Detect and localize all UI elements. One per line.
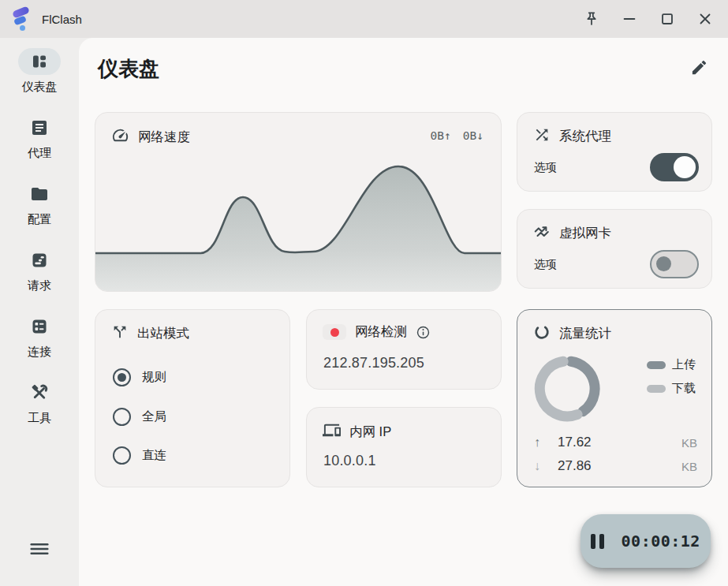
sidebar-label: 请求 (28, 278, 51, 293)
radio-label: 直连 (142, 447, 166, 464)
sidebar: 仪表盘 代理 配置 (0, 38, 79, 586)
pause-timer-button[interactable]: 00:00:12 (581, 514, 711, 568)
window-controls (573, 2, 728, 35)
zigzag-icon (533, 223, 551, 244)
main-content: 仪表盘 (79, 38, 728, 586)
lan-ip-value: 10.0.0.1 (323, 453, 376, 469)
app-logo-icon (10, 6, 34, 32)
sidebar-label: 代理 (28, 146, 51, 161)
arrow-down-icon: ↓ (534, 459, 558, 473)
card-title: 系统代理 (559, 128, 611, 145)
system-proxy-toggle[interactable] (650, 153, 699, 181)
option-label: 选项 (534, 160, 557, 175)
edit-icon[interactable] (690, 58, 708, 80)
dashboard-icon (18, 48, 61, 75)
page-title: 仪表盘 (98, 55, 159, 83)
option-label: 选项 (534, 257, 557, 272)
radio-rule[interactable]: 规则 (113, 368, 166, 386)
sidebar-item-dashboard[interactable]: 仪表盘 (18, 48, 61, 95)
call-split-icon (111, 323, 129, 344)
radio-label: 规则 (142, 369, 166, 386)
pause-icon (591, 534, 604, 549)
tools-icon (18, 379, 61, 406)
radio-direct[interactable]: 直连 (113, 446, 166, 465)
menu-icon[interactable] (29, 539, 50, 562)
arrow-up-icon: ↑ (534, 435, 558, 450)
virtual-nic-card: 虚拟网卡 选项 (517, 209, 712, 289)
card-title: 网络速度 (138, 129, 190, 146)
speed-rates: 0B↑ 0B↓ (431, 129, 483, 142)
upload-swatch-icon (647, 361, 666, 369)
radio-unselected-icon (113, 408, 131, 426)
shuffle-icon (533, 126, 551, 147)
virtual-nic-toggle[interactable] (650, 250, 699, 278)
radio-unselected-icon (113, 446, 131, 465)
sidebar-item-requests[interactable]: 请求 (18, 247, 61, 293)
connections-icon (18, 313, 61, 340)
legend-upload: 上传 (647, 357, 696, 372)
maximize-icon[interactable] (648, 2, 686, 35)
timer-value: 00:00:12 (622, 532, 700, 551)
flclash-window: FlClash (0, 0, 728, 586)
network-speed-card: 网络速度 0B↑ 0B↓ (95, 112, 502, 292)
sidebar-item-profiles[interactable]: 配置 (18, 181, 61, 227)
sidebar-item-connections[interactable]: 连接 (18, 313, 61, 360)
outbound-mode-card: 出站模式 规则 全局 直连 (95, 309, 290, 487)
radio-label: 全局 (142, 409, 166, 425)
lan-ip-card: 内网 IP 10.0.0.1 (306, 407, 502, 487)
folder-icon (18, 181, 61, 207)
public-ip-value: 212.87.195.205 (323, 355, 424, 371)
sidebar-label: 仪表盘 (22, 80, 58, 95)
sidebar-label: 工具 (28, 411, 51, 426)
speedometer-icon (111, 126, 129, 147)
card-title: 网络检测 (355, 323, 407, 341)
sidebar-item-tools[interactable]: 工具 (18, 379, 61, 426)
sidebar-label: 连接 (28, 345, 51, 360)
info-icon[interactable] (416, 325, 431, 340)
devices-icon (323, 421, 341, 442)
card-title: 虚拟网卡 (559, 225, 611, 242)
sidebar-label: 配置 (28, 212, 51, 227)
sidebar-item-proxy[interactable]: 代理 (18, 114, 61, 161)
proxy-list-icon (18, 114, 61, 141)
traffic-legend: 上传 下载 (647, 357, 696, 396)
legend-download: 下载 (647, 381, 696, 396)
network-check-card: 网络检测 212.87.195.205 (306, 309, 502, 390)
radio-global[interactable]: 全局 (113, 408, 166, 426)
status-dot-icon (323, 324, 346, 340)
download-rate: 0B↓ (463, 129, 483, 142)
card-title: 内网 IP (349, 424, 391, 441)
app-title: FlClash (42, 13, 82, 26)
pin-icon[interactable] (573, 2, 610, 35)
minimize-icon[interactable] (610, 2, 648, 35)
system-proxy-card: 系统代理 选项 (517, 112, 712, 192)
close-icon[interactable] (686, 2, 724, 35)
upload-rate: 0B↑ (431, 129, 451, 142)
download-swatch-icon (647, 385, 666, 393)
card-title: 出站模式 (137, 325, 189, 342)
traffic-card[interactable]: 流量统计 上传 下载 ↑ 17.62 KB (517, 309, 712, 487)
requests-icon (18, 247, 61, 274)
title-bar: FlClash (0, 0, 728, 38)
upload-total-row: ↑ 17.62 KB (534, 434, 697, 451)
radio-selected-icon (113, 368, 131, 386)
download-total-row: ↓ 27.86 KB (534, 457, 697, 475)
